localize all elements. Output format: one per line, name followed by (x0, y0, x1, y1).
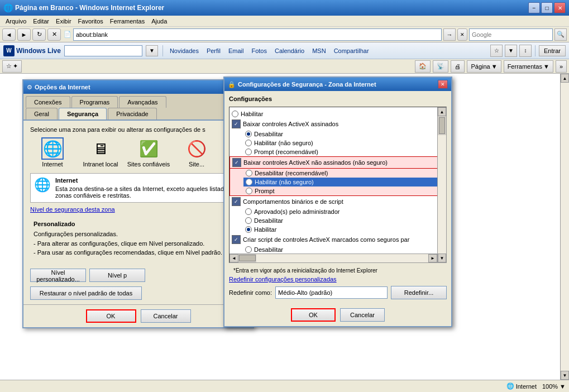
page-scroll-up[interactable]: ▲ (561, 74, 569, 83)
radio-prompt-unsigned[interactable]: Prompt (243, 187, 446, 195)
menu-ajuda[interactable]: Ajuda (148, 17, 170, 26)
radio-desabilitar-bin[interactable]: Desabilitar (243, 216, 446, 225)
radio-habilitar-signed[interactable]: Habilitar (não seguro) (243, 138, 446, 147)
options-ok-btn[interactable]: OK (86, 309, 136, 323)
radio-label: Desabilitar (254, 246, 283, 253)
address-input[interactable] (73, 28, 442, 41)
forward-button[interactable]: ► (17, 28, 31, 41)
status-bar: 🌐 Internet 100% ▼ (0, 380, 569, 392)
redefine-select[interactable]: Médio-Alto (padrão) (275, 286, 388, 299)
wl-fotos[interactable]: Fotos (249, 46, 269, 55)
search-input[interactable] (469, 28, 553, 41)
wl-search-btn[interactable]: ▼ (146, 45, 158, 56)
scroll-up[interactable]: ▲ (438, 107, 446, 116)
tools-btn[interactable]: Ferramentas ▼ (504, 60, 553, 73)
sec-ok-btn[interactable]: OK (291, 308, 336, 322)
stop-x-button[interactable]: ✕ (457, 28, 467, 41)
refresh-button[interactable]: ↻ (32, 28, 46, 41)
nivel-personalizado-btn[interactable]: Nível personalizado... (30, 269, 86, 282)
radio-aprovado[interactable]: Aprovado(s) pelo administrador (243, 207, 446, 216)
page-scrollbar-v[interactable]: ▲ ▼ (560, 74, 569, 380)
tab-seguranca[interactable]: Segurança (59, 108, 107, 119)
print-btn[interactable]: 🖨 (451, 60, 465, 73)
wl-msn[interactable]: MSN (310, 46, 328, 55)
back-button[interactable]: ◄ (2, 28, 16, 41)
wl-compartilhar[interactable]: Compartilhar (332, 46, 371, 55)
menu-editar[interactable]: Editar (30, 17, 52, 26)
zone-trusted[interactable]: ✅ Sites confiáveis (126, 137, 171, 168)
page-scroll-down[interactable]: ▼ (561, 371, 569, 380)
wl-perfil[interactable]: Perfil (204, 46, 223, 55)
menu-favoritos[interactable]: Favoritos (75, 17, 107, 26)
zone-internet-img: 🌐 (41, 137, 64, 160)
redefine-title[interactable]: Redefinir configurações personalizadas (229, 276, 447, 283)
more-btn[interactable]: » (556, 60, 567, 73)
tab-geral[interactable]: Geral (26, 108, 58, 119)
wl-toolbar: W Windows Live ▼ Novidades Perfil Email … (0, 42, 569, 59)
radio-desabilitar-rec[interactable]: Desabilitar (recomendável) (243, 169, 446, 178)
radio-desabilitar[interactable]: Desabilitar (243, 130, 446, 138)
radio-habilitar-bin[interactable]: Habilitar (243, 225, 446, 234)
close-button[interactable]: ✕ (554, 2, 566, 13)
redefine-btn[interactable]: Redefinir... (391, 286, 447, 299)
ie-toolbar2: ☆ ✦ 🏠 📡 🖨 Página ▼ Ferramentas ▼ » (0, 59, 569, 74)
dialog-security-close[interactable]: ✕ (438, 80, 448, 89)
add-fav-icon: ✦ (13, 63, 18, 70)
scroll-down[interactable]: ▼ (438, 254, 446, 262)
menu-arquivo[interactable]: Arquivo (2, 17, 30, 26)
scroll-h-track (256, 254, 428, 262)
radio-circle (245, 246, 252, 253)
radio-habilitar-top[interactable]: Habilitar (229, 109, 446, 118)
wl-calendario[interactable]: Calendário (272, 46, 307, 55)
menu-ferramentas[interactable]: Ferramentas (107, 17, 148, 26)
options-cancel-btn[interactable]: Cancelar (141, 309, 191, 323)
section-checkbox-unsigned: ✓ (232, 158, 241, 167)
favorites-btn[interactable]: ☆ ✦ (2, 60, 22, 73)
menu-exibir[interactable]: Exibir (52, 17, 75, 26)
go-button[interactable]: → (443, 28, 456, 41)
restaurar-btn[interactable]: Restaurar o nível padrão de todas (30, 286, 142, 300)
dialog-options-content: Selecione uma zona para exibir ou altera… (23, 121, 253, 266)
home-btn[interactable]: 🏠 (415, 60, 431, 73)
minimize-button[interactable]: − (528, 2, 540, 13)
zone-intranet[interactable]: 🖥 Intranet local (78, 137, 123, 168)
radio-habilitar-unsafe-selected[interactable]: Habilitar (não seguro) (243, 178, 446, 187)
page-btn[interactable]: Página ▼ (467, 60, 501, 73)
scroll-h-thumb[interactable] (239, 255, 256, 261)
zone-restricted[interactable]: 🚫 Site... (174, 137, 219, 168)
wl-entrar-btn[interactable]: Entrar (539, 45, 566, 56)
wl-icon3[interactable]: ↕ (519, 45, 532, 57)
zone-trusted-img: ✅ (137, 137, 160, 160)
radio-prompt[interactable]: Prompt (recomendável) (243, 147, 446, 156)
scroll-left[interactable]: ◄ (229, 254, 238, 262)
wl-icon2[interactable]: ▼ (505, 45, 517, 57)
sec-dialog-buttons: OK Cancelar (224, 304, 451, 326)
stop-button[interactable]: ✕ (47, 28, 61, 41)
wl-novidades[interactable]: Novidades (168, 46, 201, 55)
tab-privacidade[interactable]: Privacidade (108, 108, 156, 119)
scroll-thumb[interactable] (439, 117, 445, 134)
config-scrollbar-h[interactable]: ◄ ► (229, 254, 437, 262)
redefine-label: Redefinir como: (229, 289, 272, 296)
internet-title: Internet (55, 177, 242, 184)
radio-desabilitar-script[interactable]: Desabilitar (243, 245, 446, 254)
radio-label: Desabilitar (254, 217, 283, 224)
tab-conexoes[interactable]: Conexões (26, 96, 70, 108)
wl-icon1[interactable]: ☆ (490, 45, 503, 57)
security-level-link[interactable]: Nível de segurança desta zona (30, 206, 246, 213)
tab-avancadas[interactable]: Avançadas (119, 96, 166, 108)
wl-email[interactable]: Email (226, 46, 246, 55)
restore-button[interactable]: □ (541, 2, 553, 13)
search-button[interactable]: 🔍 (554, 28, 567, 41)
zone-internet[interactable]: 🌐 Internet (30, 137, 75, 168)
wl-logo: W Windows Live (3, 45, 61, 56)
nivel-padrao-btn[interactable]: Nível p (89, 269, 145, 282)
config-scrollbar-v[interactable]: ▲ ▼ (437, 107, 446, 262)
scroll-right[interactable]: ► (428, 254, 437, 262)
radio-circle (246, 188, 252, 194)
sec-cancel-btn[interactable]: Cancelar (340, 308, 385, 322)
window-controls: − □ ✕ (528, 2, 566, 13)
rss-btn[interactable]: 📡 (433, 60, 448, 73)
tab-programas[interactable]: Programas (71, 96, 118, 108)
wl-search-input[interactable] (64, 45, 142, 56)
